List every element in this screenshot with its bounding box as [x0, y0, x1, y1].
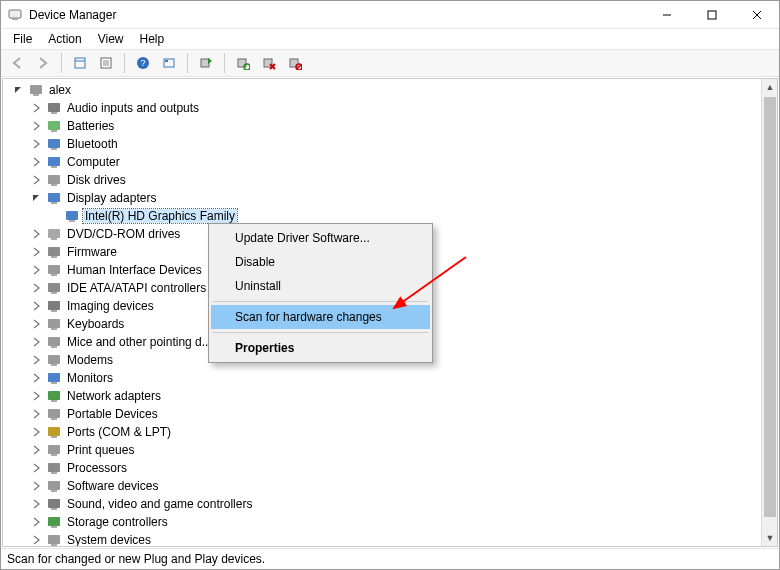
uninstall-icon[interactable] — [257, 51, 281, 75]
expand-icon[interactable] — [29, 299, 43, 313]
maximize-button[interactable] — [689, 1, 734, 29]
status-text: Scan for changed or new Plug and Play de… — [7, 552, 265, 566]
svg-rect-71 — [48, 499, 60, 508]
software-icon — [46, 478, 62, 494]
menubar: File Action View Help — [1, 29, 779, 49]
expand-icon[interactable] — [29, 155, 43, 169]
scroll-thumb[interactable] — [764, 97, 776, 517]
tree-node-label: Computer — [65, 155, 122, 169]
collapse-icon[interactable] — [29, 191, 43, 205]
expand-icon[interactable] — [29, 281, 43, 295]
tree-node-label: Firmware — [65, 245, 119, 259]
menu-file[interactable]: File — [5, 30, 40, 48]
svg-rect-29 — [48, 121, 60, 130]
scroll-down-button[interactable]: ▼ — [763, 530, 777, 546]
vertical-scrollbar[interactable]: ▲ ▼ — [761, 79, 777, 546]
svg-rect-6 — [75, 58, 85, 68]
expand-icon[interactable] — [29, 101, 43, 115]
expand-icon[interactable] — [29, 497, 43, 511]
tree-node[interactable]: Portable Devices — [3, 405, 761, 423]
expand-icon[interactable] — [29, 389, 43, 403]
tree-node-label: Modems — [65, 353, 115, 367]
tree-node[interactable]: Monitors — [3, 369, 761, 387]
tree-node[interactable]: Network adapters — [3, 387, 761, 405]
tree-node[interactable]: Ports (COM & LPT) — [3, 423, 761, 441]
audio-icon — [46, 100, 62, 116]
toolbar-separator — [224, 53, 225, 73]
minimize-button[interactable] — [644, 1, 689, 29]
svg-rect-72 — [51, 508, 57, 510]
svg-rect-52 — [51, 328, 57, 330]
tree-node[interactable]: System devices — [3, 531, 761, 546]
context-menu-item[interactable]: Properties — [211, 336, 430, 360]
svg-rect-30 — [51, 130, 57, 132]
expand-icon[interactable] — [29, 533, 43, 546]
scan-hardware-icon[interactable] — [231, 51, 255, 75]
help-icon[interactable]: ? — [131, 51, 155, 75]
expand-icon[interactable] — [29, 371, 43, 385]
tree-node[interactable]: Audio inputs and outputs — [3, 99, 761, 117]
svg-rect-48 — [51, 292, 57, 294]
expand-icon[interactable] — [29, 245, 43, 259]
expand-icon[interactable] — [29, 227, 43, 241]
action-icon[interactable] — [157, 51, 181, 75]
expand-icon[interactable] — [29, 263, 43, 277]
computer-root-icon — [28, 82, 44, 98]
tree-node[interactable]: Disk drives — [3, 171, 761, 189]
system-icon — [46, 532, 62, 546]
tree-node[interactable]: Display adapters — [3, 189, 761, 207]
svg-rect-1 — [12, 18, 18, 20]
computer-icon — [46, 154, 62, 170]
menu-help[interactable]: Help — [132, 30, 173, 48]
expand-icon[interactable] — [29, 317, 43, 331]
expand-icon[interactable] — [29, 407, 43, 421]
tree-node[interactable]: Computer — [3, 153, 761, 171]
expand-icon[interactable] — [29, 335, 43, 349]
svg-rect-75 — [48, 535, 60, 544]
tree-node[interactable]: Processors — [3, 459, 761, 477]
tree-node[interactable]: Sound, video and game controllers — [3, 495, 761, 513]
svg-rect-39 — [66, 211, 78, 220]
svg-rect-3 — [708, 11, 716, 19]
expand-icon[interactable] — [29, 443, 43, 457]
collapse-icon[interactable] — [11, 83, 25, 97]
show-hidden-icon[interactable] — [68, 51, 92, 75]
bluetooth-icon — [46, 136, 62, 152]
svg-rect-58 — [51, 382, 57, 384]
context-menu-item[interactable]: Uninstall — [211, 274, 430, 298]
menu-view[interactable]: View — [90, 30, 132, 48]
expand-icon[interactable] — [29, 173, 43, 187]
expand-icon[interactable] — [29, 515, 43, 529]
svg-text:?: ? — [140, 58, 145, 68]
hid-icon — [46, 262, 62, 278]
context-menu-item[interactable]: Update Driver Software... — [211, 226, 430, 250]
expand-icon[interactable] — [29, 119, 43, 133]
close-button[interactable] — [734, 1, 779, 29]
expand-icon[interactable] — [29, 137, 43, 151]
svg-rect-60 — [51, 400, 57, 402]
context-menu-item[interactable]: Scan for hardware changes — [211, 305, 430, 329]
context-menu-item[interactable]: Disable — [211, 250, 430, 274]
svg-rect-47 — [48, 283, 60, 292]
tree-node[interactable]: Storage controllers — [3, 513, 761, 531]
disable-device-icon[interactable] — [283, 51, 307, 75]
tree-node[interactable]: Software devices — [3, 477, 761, 495]
update-driver-icon[interactable] — [194, 51, 218, 75]
expand-icon[interactable] — [29, 461, 43, 475]
expand-icon[interactable] — [29, 479, 43, 493]
svg-rect-67 — [48, 463, 60, 472]
tree-node[interactable]: alex — [3, 81, 761, 99]
tree-node[interactable]: Batteries — [3, 117, 761, 135]
back-icon — [5, 51, 29, 75]
menu-action[interactable]: Action — [40, 30, 89, 48]
expand-icon[interactable] — [29, 425, 43, 439]
tree-node[interactable]: Bluetooth — [3, 135, 761, 153]
expand-icon[interactable] — [29, 353, 43, 367]
svg-rect-51 — [48, 319, 60, 328]
properties-sheet-icon[interactable] — [94, 51, 118, 75]
scroll-up-button[interactable]: ▲ — [763, 79, 777, 95]
tree-node[interactable]: Print queues — [3, 441, 761, 459]
svg-rect-61 — [48, 409, 60, 418]
forward-icon — [31, 51, 55, 75]
tree-node-label: Monitors — [65, 371, 115, 385]
